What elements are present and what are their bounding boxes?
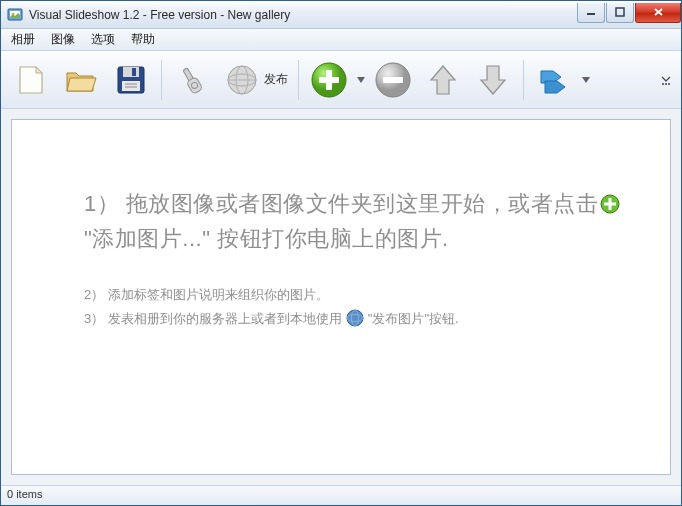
menu-image[interactable]: 图像 [43,29,83,50]
menu-options[interactable]: 选项 [83,29,123,50]
svg-rect-22 [383,77,403,83]
new-button[interactable] [7,56,55,104]
close-button[interactable] [635,3,681,23]
maximize-button[interactable] [606,3,634,23]
window-controls [576,3,681,23]
add-icon [600,191,620,223]
publish-button[interactable] [218,56,266,104]
toolbar-separator [523,60,524,100]
menu-album[interactable]: 相册 [3,29,43,50]
export-dropdown[interactable] [580,56,592,104]
toolbar-separator [298,60,299,100]
svg-rect-3 [587,13,595,15]
svg-point-24 [665,83,667,85]
statusbar: 0 items [1,485,681,505]
minimize-button[interactable] [577,3,605,23]
move-down-button[interactable] [469,56,517,104]
app-icon [7,7,23,23]
app-window: Visual Slideshow 1.2 - Free version - Ne… [0,0,682,506]
svg-rect-4 [616,8,624,16]
menubar: 相册 图像 选项 帮助 [1,29,681,51]
toolbar-separator [161,60,162,100]
toolbar-overflow[interactable] [661,74,675,86]
add-button[interactable] [305,56,353,104]
svg-point-23 [662,83,664,85]
svg-rect-8 [122,81,140,91]
globe-icon [346,309,364,336]
status-items: 0 items [7,488,42,500]
add-dropdown[interactable] [355,56,367,104]
svg-rect-6 [123,67,139,77]
step3-text-b: "发布图片"按钮. [368,311,459,326]
svg-rect-7 [132,68,136,76]
titlebar: Visual Slideshow 1.2 - Free version - Ne… [1,1,681,29]
drop-canvas[interactable]: 1） 拖放图像或者图像文件夹到这里开始，或者点击 "添加图片..." 按钮打你电… [11,119,671,475]
instruction-step2: 2） 添加标签和图片说明来组织你的图片。 [84,283,630,308]
export-button[interactable] [530,56,578,104]
open-button[interactable] [57,56,105,104]
move-up-button[interactable] [419,56,467,104]
publish-label: 发布 [264,71,288,88]
svg-rect-20 [319,77,339,83]
svg-point-29 [347,310,363,326]
svg-rect-28 [604,203,616,206]
instruction-step3: 3） 发表相册到你的服务器上或者到本地使用"发布图片"按钮. [84,307,630,336]
remove-button[interactable] [369,56,417,104]
step1-text-a: 1） 拖放图像或者图像文件夹到这里开始，或者点击 [84,191,598,216]
svg-point-25 [668,83,670,85]
instruction-step1: 1） 拖放图像或者图像文件夹到这里开始，或者点击 "添加图片..." 按钮打你电… [84,188,630,255]
settings-button[interactable] [168,56,216,104]
step1-text-b: "添加图片..." 按钮打你电脑上的图片. [84,226,449,251]
content-area: 1） 拖放图像或者图像文件夹到这里开始，或者点击 "添加图片..." 按钮打你电… [1,109,681,485]
step3-text-a: 3） 发表相册到你的服务器上或者到本地使用 [84,311,342,326]
save-button[interactable] [107,56,155,104]
toolbar: 发布 [1,51,681,109]
menu-help[interactable]: 帮助 [123,29,163,50]
window-title: Visual Slideshow 1.2 - Free version - Ne… [29,8,576,22]
